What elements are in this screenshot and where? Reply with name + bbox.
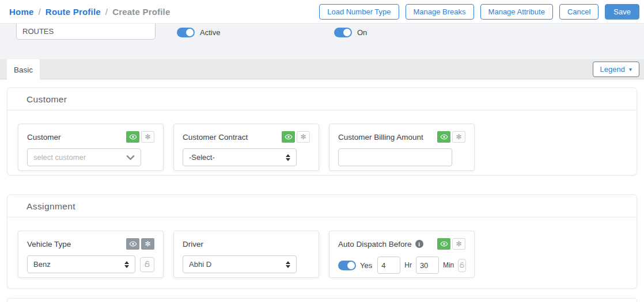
tab-basic[interactable]: Basic <box>7 59 40 80</box>
vehicle-type-select[interactable]: Benz <box>27 255 135 273</box>
visibility-eye-icon[interactable] <box>437 238 450 250</box>
customer-section-title: Customer <box>7 88 637 110</box>
eye-icon <box>129 133 137 141</box>
mandatory-asterisk-icon[interactable]: ✻ <box>452 131 465 143</box>
mandatory-asterisk-icon[interactable]: ✻ <box>141 238 154 250</box>
customer-select[interactable]: select customer <box>27 148 141 166</box>
dispatch-hours-input[interactable] <box>377 257 400 274</box>
select-updown-icon <box>286 261 290 268</box>
eye-icon <box>440 133 448 141</box>
eye-icon <box>440 240 448 248</box>
save-button[interactable]: Save <box>605 4 639 20</box>
driver-label: Driver <box>183 240 203 249</box>
breadcrumb-separator: / <box>105 7 108 17</box>
customer-label: Customer <box>27 133 61 142</box>
caret-down-icon: ▾ <box>629 67 632 72</box>
breadcrumb-separator: / <box>38 7 40 17</box>
customer-field-card: Customer ✻ select customer <box>18 124 164 171</box>
active-toggle[interactable] <box>177 28 195 37</box>
on-toggle-label: On <box>357 28 367 37</box>
assignment-section: Assignment Vehicle Type ✻ Benz <box>7 194 637 289</box>
customer-contract-select-value: -Select- <box>189 153 215 162</box>
load-number-type-button[interactable]: Load Number Type <box>319 4 399 20</box>
eye-icon <box>129 240 137 248</box>
legend-button[interactable]: Legend ▾ <box>593 62 639 77</box>
driver-field-card: Driver Abhi D <box>173 231 319 278</box>
auto-dispatch-before-field-card: Auto Dispatch Before i ✻ Yes Hr Min <box>329 231 475 278</box>
vehicle-type-field-card: Vehicle Type ✻ Benz <box>18 231 164 278</box>
auto-dispatch-before-label: Auto Dispatch Before <box>338 240 412 249</box>
top-form-strip: Active On <box>0 23 644 59</box>
customer-section: Customer Customer ✻ select customer <box>7 87 637 175</box>
auto-dispatch-toggle-label: Yes <box>360 261 372 270</box>
dispatch-minutes-input[interactable] <box>416 257 439 274</box>
customer-billing-amount-label: Customer Billing Amount <box>338 133 423 142</box>
active-toggle-label: Active <box>200 28 220 37</box>
info-icon[interactable]: i <box>415 240 423 248</box>
toggle-knob <box>347 262 355 269</box>
mandatory-asterisk-icon[interactable]: ✻ <box>297 131 310 143</box>
customer-select-placeholder: select customer <box>33 153 86 162</box>
manage-attribute-button[interactable]: Manage Attribute <box>480 4 553 20</box>
breadcrumb: Home / Route Profile / Create Profile <box>9 7 171 17</box>
page-header: Home / Route Profile / Create Profile Lo… <box>0 0 644 23</box>
customer-contract-label: Customer Contract <box>183 133 248 142</box>
tab-bar: Basic Legend ▾ <box>0 59 644 79</box>
vehicle-type-select-value: Benz <box>33 260 51 269</box>
customer-billing-amount-input[interactable] <box>338 148 452 166</box>
next-section-card <box>7 298 637 302</box>
toggle-knob <box>343 29 351 36</box>
breadcrumb-home[interactable]: Home <box>9 7 33 17</box>
manage-breaks-button[interactable]: Manage Breaks <box>406 4 474 20</box>
customer-billing-amount-field-card: Customer Billing Amount ✻ <box>329 124 475 171</box>
select-updown-icon <box>124 261 129 268</box>
breadcrumb-create-profile: Create Profile <box>112 7 170 17</box>
breadcrumb-route-profile[interactable]: Route Profile <box>46 7 101 17</box>
auto-dispatch-toggle[interactable] <box>338 261 356 270</box>
unlock-icon[interactable] <box>458 259 466 272</box>
header-actions: Load Number Type Manage Breaks Manage At… <box>319 4 639 20</box>
customer-contract-field-card: Customer Contract ✻ -Select- <box>173 124 319 171</box>
minutes-unit-label: Min <box>443 261 454 269</box>
visibility-eye-icon[interactable] <box>437 131 450 143</box>
chevron-down-icon <box>126 155 135 160</box>
visibility-eye-icon[interactable] <box>282 131 295 143</box>
eye-icon <box>285 133 293 141</box>
mandatory-asterisk-icon[interactable]: ✻ <box>452 238 465 250</box>
route-name-input[interactable] <box>16 23 156 40</box>
vehicle-type-label: Vehicle Type <box>27 240 71 249</box>
cancel-button[interactable]: Cancel <box>559 4 598 20</box>
customer-contract-select[interactable]: -Select- <box>183 148 297 166</box>
select-updown-icon <box>286 154 290 161</box>
on-toggle[interactable] <box>334 28 352 37</box>
unlock-icon[interactable] <box>140 257 154 272</box>
driver-select-value: Abhi D <box>189 260 211 269</box>
driver-select[interactable]: Abhi D <box>183 255 297 273</box>
hours-unit-label: Hr <box>404 261 412 269</box>
visibility-eye-icon[interactable] <box>126 131 139 143</box>
mandatory-asterisk-icon[interactable]: ✻ <box>141 131 154 143</box>
legend-button-label: Legend <box>600 65 625 74</box>
toggle-knob <box>186 29 194 36</box>
assignment-section-title: Assignment <box>7 195 637 217</box>
visibility-eye-icon[interactable] <box>126 238 139 250</box>
